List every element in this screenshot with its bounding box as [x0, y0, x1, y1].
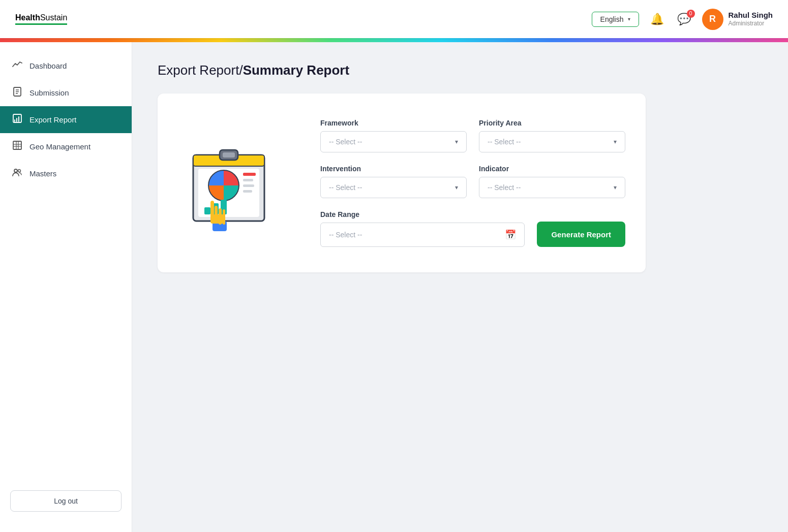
framework-label: Framework: [320, 119, 467, 127]
sidebar-label-geo-management: Geo Management: [29, 142, 90, 151]
sidebar-footer: Log out: [0, 490, 132, 522]
framework-select[interactable]: -- Select -- ▾: [320, 131, 467, 152]
header-right: English ▾ 🔔 💬 0 R Rahul Singh Administra…: [592, 9, 773, 30]
user-name: Rahul Singh: [729, 10, 773, 20]
indicator-select[interactable]: -- Select -- ▾: [479, 177, 625, 198]
svg-rect-21: [243, 173, 256, 176]
indicator-chevron-icon: ▾: [614, 184, 617, 191]
chat-button[interactable]: 💬 0: [675, 11, 693, 28]
intervention-chevron-icon: ▾: [455, 184, 458, 191]
language-selector[interactable]: English ▾: [592, 12, 639, 27]
logo-text: HealthSustain: [15, 13, 67, 22]
notifications-button[interactable]: 🔔: [648, 11, 666, 28]
priority-area-group: Priority Area -- Select -- ▾: [479, 119, 625, 152]
svg-rect-25: [204, 207, 210, 214]
report-card: Framework -- Select -- ▾ Priority Area -…: [158, 93, 646, 272]
calendar-icon: 📅: [505, 229, 516, 240]
indicator-select-value: -- Select --: [488, 183, 521, 192]
user-text: Rahul Singh Administrator: [729, 10, 773, 28]
sidebar-label-submission: Submission: [29, 88, 69, 97]
svg-rect-22: [243, 179, 253, 181]
framework-chevron-icon: ▾: [455, 138, 458, 145]
submission-icon: [12, 86, 22, 99]
sidebar-label-masters: Masters: [29, 169, 56, 178]
chevron-down-icon: ▾: [628, 16, 630, 22]
date-range-label: Date Range: [320, 210, 525, 218]
avatar: R: [702, 9, 723, 30]
dashboard-icon: [12, 59, 22, 72]
rainbow-bar: [0, 38, 788, 42]
sidebar-label-dashboard: Dashboard: [29, 61, 67, 70]
form-row-2: Intervention -- Select -- ▾ Indicator --…: [320, 165, 625, 198]
logout-button[interactable]: Log out: [10, 490, 122, 512]
intervention-group: Intervention -- Select -- ▾: [320, 165, 467, 198]
svg-rect-33: [210, 214, 225, 224]
logo-underline: [15, 23, 67, 25]
priority-area-select[interactable]: -- Select -- ▾: [479, 131, 625, 152]
intervention-select[interactable]: -- Select -- ▾: [320, 177, 467, 198]
logo: HealthSustain: [15, 13, 67, 25]
svg-rect-8: [13, 141, 21, 149]
priority-area-label: Priority Area: [479, 119, 625, 127]
geo-management-icon: [12, 140, 22, 153]
generate-report-button[interactable]: Generate Report: [537, 222, 625, 247]
form-row-1: Framework -- Select -- ▾ Priority Area -…: [320, 119, 625, 152]
chat-badge: 0: [687, 10, 695, 18]
svg-rect-18: [223, 152, 235, 158]
intervention-select-value: -- Select --: [329, 183, 362, 192]
export-report-icon: [12, 113, 22, 126]
header: HealthSustain English ▾ 🔔 💬 0 R Rahul Si…: [0, 0, 788, 38]
user-info: R Rahul Singh Administrator: [702, 9, 773, 30]
date-range-group: Date Range -- Select -- 📅: [320, 210, 525, 247]
report-illustration: [178, 132, 280, 234]
main-content: Export Report/Summary Report: [132, 42, 788, 532]
svg-point-13: [14, 169, 17, 172]
sidebar-item-dashboard[interactable]: Dashboard: [0, 52, 132, 79]
priority-area-select-value: -- Select --: [488, 138, 521, 146]
svg-rect-23: [243, 184, 254, 187]
indicator-group: Indicator -- Select -- ▾: [479, 165, 625, 198]
masters-icon: [12, 167, 22, 180]
sidebar: Dashboard Submission: [0, 42, 132, 532]
sidebar-item-submission[interactable]: Submission: [0, 79, 132, 106]
language-label: English: [600, 15, 624, 23]
intervention-label: Intervention: [320, 165, 467, 173]
page-title: Export Report/Summary Report: [158, 62, 763, 78]
priority-area-chevron-icon: ▾: [614, 138, 617, 145]
framework-group: Framework -- Select -- ▾: [320, 119, 467, 152]
date-range-value: -- Select --: [329, 231, 362, 239]
sidebar-item-export-report[interactable]: Export Report: [0, 106, 132, 133]
form-row-3: Date Range -- Select -- 📅 Generate Repor…: [320, 210, 625, 247]
layout: Dashboard Submission: [0, 42, 788, 532]
sidebar-label-export-report: Export Report: [29, 115, 77, 124]
framework-select-value: -- Select --: [329, 138, 362, 146]
date-range-input[interactable]: -- Select -- 📅: [320, 223, 525, 247]
sidebar-item-masters[interactable]: Masters: [0, 160, 132, 187]
user-role: Administrator: [729, 20, 773, 28]
sidebar-nav: Dashboard Submission: [0, 52, 132, 187]
sidebar-item-geo-management[interactable]: Geo Management: [0, 133, 132, 160]
svg-rect-24: [243, 190, 252, 193]
report-form: Framework -- Select -- ▾ Priority Area -…: [320, 119, 625, 247]
svg-point-14: [18, 170, 21, 172]
indicator-label: Indicator: [479, 165, 625, 173]
